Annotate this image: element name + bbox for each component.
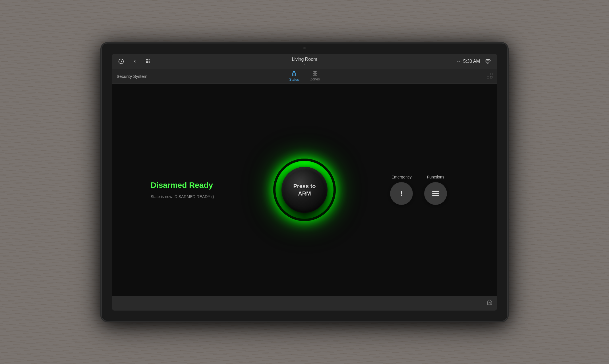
arm-button[interactable]: Press to ARM [281,167,328,213]
tab-zones[interactable]: Zones [306,70,324,82]
disarmed-ready-label: Disarmed Ready [151,181,230,190]
room-info: Living Room ⌄ [242,57,367,66]
svg-rect-19 [487,76,489,78]
svg-rect-13 [313,71,315,73]
nav-bar: Security System Status [112,69,497,84]
right-controls: Emergency ! Functions [379,175,458,205]
svg-rect-2 [147,59,148,60]
screen: Living Room ⌄ -- 5:30 AM Security System [112,54,497,311]
arm-button-section: Press to ARM [273,159,336,221]
svg-rect-17 [487,73,489,75]
arm-button-outer: Press to ARM [273,159,336,221]
svg-rect-5 [147,61,148,61]
tablet-device: Living Room ⌄ -- 5:30 AM Security System [101,43,508,321]
clock-icon[interactable] [117,57,126,66]
room-chevron-icon: ⌄ [303,63,306,66]
svg-rect-1 [146,59,147,60]
nav-right [399,73,493,80]
grid-view-icon[interactable] [487,73,492,80]
functions-control: Functions [424,175,447,205]
menu-icon[interactable] [144,57,153,66]
control-pair: Emergency ! Functions [390,175,447,205]
zones-tab-label: Zones [310,77,320,81]
zones-tab-icon [313,71,317,77]
svg-rect-16 [315,74,317,75]
bottom-bar [112,296,497,311]
svg-rect-4 [146,61,147,61]
arm-button-text: Press to ARM [293,182,316,197]
emergency-icon: ! [400,189,403,198]
svg-rect-15 [313,74,315,75]
svg-rect-14 [315,71,317,73]
status-tab-label: Status [289,78,299,82]
functions-button[interactable] [424,182,447,205]
emergency-button[interactable]: ! [390,182,413,205]
section-name: Security System [117,74,211,79]
arm-text-line1: Press to [293,183,316,189]
svg-rect-6 [149,61,150,61]
functions-label: Functions [427,175,444,179]
state-text: State is now: DISARMED READY () [151,194,230,199]
nav-tabs: Status Zones [211,70,399,83]
arm-text-line2: ARM [298,190,311,197]
svg-point-12 [294,74,295,75]
svg-rect-7 [146,62,147,63]
status-section: Disarmed Ready State is now: DISARMED RE… [151,181,230,199]
status-dash: -- [457,59,460,64]
status-tab-icon [292,71,296,77]
svg-rect-3 [149,59,150,60]
room-name: Living Room [292,57,317,62]
back-button[interactable] [130,57,139,66]
svg-rect-8 [147,62,148,63]
time-display: 5:30 AM [463,59,480,64]
emergency-label: Emergency [392,175,412,179]
emergency-control: Emergency ! [390,175,413,205]
svg-rect-18 [490,73,492,75]
top-bar: Living Room ⌄ -- 5:30 AM [112,54,497,69]
top-bar-left [117,57,242,66]
home-icon[interactable] [487,299,492,307]
tab-status[interactable]: Status [285,70,303,83]
functions-menu-icon [432,191,439,196]
svg-rect-20 [490,76,492,78]
top-bar-right: -- 5:30 AM [367,57,492,66]
wifi-icon [483,57,492,66]
svg-point-10 [488,63,488,64]
main-content: Disarmed Ready State is now: DISARMED RE… [112,84,497,296]
svg-rect-9 [149,62,150,63]
